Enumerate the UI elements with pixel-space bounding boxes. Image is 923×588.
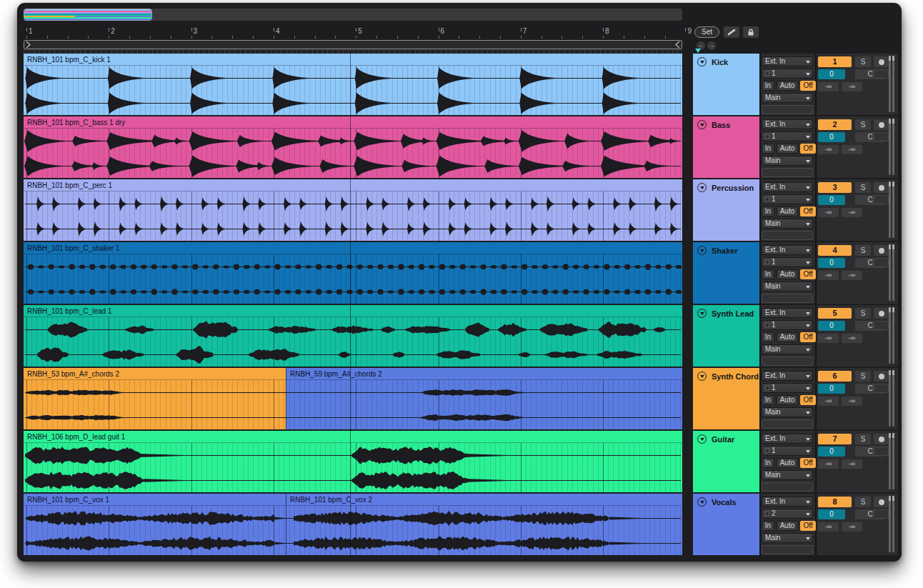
arm-record-button[interactable]: [874, 119, 889, 130]
input-channel-select[interactable]: 1: [762, 320, 813, 330]
volume-value-1[interactable]: -∞: [818, 459, 839, 469]
extra-button[interactable]: [874, 132, 889, 141]
track-activator-shaker[interactable]: 4: [818, 245, 852, 256]
solo-button[interactable]: S: [855, 434, 871, 444]
input-type-select[interactable]: Ext. In: [762, 497, 813, 507]
clip-percussion-1[interactable]: RNBH_101 bpm_C_perc 1: [24, 179, 682, 241]
extra-button[interactable]: [874, 321, 889, 330]
monitor-in-button[interactable]: In: [762, 269, 774, 279]
monitor-in-button[interactable]: In: [762, 81, 774, 91]
output-channel-box[interactable]: [762, 545, 813, 554]
track-header-kick[interactable]: Kick: [693, 54, 759, 115]
clip-vocals-1[interactable]: RNBH_101 bpm_C_vox 1: [24, 494, 286, 555]
input-channel-select[interactable]: 1: [762, 446, 813, 456]
monitor-auto-button[interactable]: Auto: [777, 81, 798, 91]
set-button[interactable]: Set: [694, 26, 719, 38]
clip-bass-1[interactable]: RNBH_101 bpm_C_bass 1 dry: [24, 116, 682, 178]
track-activator-vocals[interactable]: 8: [818, 497, 852, 507]
monitor-auto-button[interactable]: Auto: [777, 395, 798, 405]
track-header-shaker[interactable]: Shaker: [693, 242, 759, 304]
clip-synth-chords-1[interactable]: RNBH_53 bpm_A#_chords 2: [24, 368, 286, 429]
output-select[interactable]: Main: [762, 533, 813, 543]
solo-button[interactable]: S: [855, 245, 871, 256]
clip-synth-lead-1[interactable]: RNBH_101 bpm_C_lead 1: [24, 305, 682, 367]
clip-shaker-1[interactable]: RNBH_101 bpm_C_shaker 1: [24, 242, 682, 304]
input-type-select[interactable]: Ext. In: [762, 119, 813, 129]
input-type-select[interactable]: Ext. In: [762, 308, 813, 318]
output-channel-box[interactable]: [762, 357, 813, 366]
arm-record-button[interactable]: [874, 56, 889, 67]
monitor-off-button[interactable]: Off: [800, 269, 816, 279]
clip-synth-chords-2[interactable]: RNBH_59 bpm_A#_chords 2: [286, 368, 682, 429]
output-channel-box[interactable]: [762, 419, 813, 429]
volume-value-1[interactable]: -∞: [818, 522, 839, 532]
input-type-select[interactable]: Ext. In: [762, 182, 813, 192]
extra-button[interactable]: [874, 447, 889, 456]
loop-scrub-bar[interactable]: [24, 40, 682, 49]
extra-button[interactable]: [874, 384, 889, 393]
monitor-auto-button[interactable]: Auto: [777, 144, 798, 154]
track-header-percussion[interactable]: Percussion: [693, 179, 759, 241]
extra-button[interactable]: [874, 258, 889, 267]
pan-value[interactable]: 0: [818, 509, 845, 519]
volume-value-2[interactable]: -∞: [842, 459, 862, 469]
clip-vocals-2[interactable]: RNBH_101 bpm_C_vox 2: [286, 494, 682, 555]
track-activator-percussion[interactable]: 3: [818, 182, 852, 193]
overview-view-bracket[interactable]: [24, 9, 152, 21]
clip-kick-1[interactable]: RNBH_101 bpm_C_kick 1: [24, 54, 682, 115]
track-header-synth-chords[interactable]: Synth Chords: [693, 368, 759, 429]
output-select[interactable]: Main: [762, 470, 813, 480]
output-select[interactable]: Main: [762, 156, 813, 166]
output-select[interactable]: Main: [762, 344, 813, 354]
input-channel-select[interactable]: 1: [762, 257, 813, 267]
extra-button[interactable]: [874, 195, 889, 204]
output-select[interactable]: Main: [762, 219, 813, 229]
output-channel-box[interactable]: [762, 294, 813, 303]
beat-time-ruler[interactable]: 123456789: [24, 26, 682, 39]
volume-value-1[interactable]: -∞: [818, 397, 839, 406]
unfold-track-button[interactable]: [697, 246, 707, 255]
monitor-off-button[interactable]: Off: [800, 206, 816, 216]
input-type-select[interactable]: Ext. In: [762, 434, 813, 444]
solo-button[interactable]: S: [855, 119, 871, 130]
monitor-auto-button[interactable]: Auto: [777, 269, 798, 279]
arm-record-button[interactable]: [874, 434, 889, 444]
pan-value[interactable]: 0: [818, 258, 845, 268]
clip-guitar-1[interactable]: RNBH_106 bpm_D_lead guit 1: [24, 431, 682, 492]
track-header-vocals[interactable]: Vocals: [693, 494, 759, 555]
arm-record-button[interactable]: [874, 245, 889, 256]
track-activator-synth-lead[interactable]: 5: [818, 308, 852, 319]
monitor-in-button[interactable]: In: [762, 458, 774, 468]
monitor-auto-button[interactable]: Auto: [777, 332, 798, 342]
track-activator-bass[interactable]: 2: [818, 119, 852, 130]
unfold-track-button[interactable]: [697, 57, 707, 66]
output-channel-box[interactable]: [762, 168, 813, 177]
lock-envelopes-button[interactable]: [743, 26, 759, 38]
pan-value[interactable]: 0: [818, 447, 845, 457]
pan-value[interactable]: 0: [818, 195, 845, 205]
monitor-auto-button[interactable]: Auto: [777, 206, 798, 216]
monitor-in-button[interactable]: In: [762, 206, 774, 216]
volume-value-1[interactable]: -∞: [818, 334, 839, 343]
draw-mode-button[interactable]: [724, 26, 739, 38]
solo-button[interactable]: S: [855, 182, 871, 193]
track-header-bass[interactable]: Bass: [693, 116, 759, 178]
track-activator-guitar[interactable]: 7: [818, 434, 852, 444]
monitor-auto-button[interactable]: Auto: [777, 521, 798, 531]
volume-value-2[interactable]: -∞: [842, 271, 862, 280]
extra-button[interactable]: [874, 509, 889, 519]
input-type-select[interactable]: Ext. In: [762, 56, 813, 66]
pan-value[interactable]: 0: [818, 384, 845, 394]
track-header-guitar[interactable]: Guitar: [693, 431, 759, 492]
monitor-in-button[interactable]: In: [762, 144, 774, 154]
pan-value[interactable]: 0: [818, 132, 845, 142]
solo-button[interactable]: S: [855, 56, 871, 67]
track-header-synth-lead[interactable]: Synth Lead: [693, 305, 759, 367]
output-select[interactable]: Main: [762, 407, 813, 417]
output-channel-box[interactable]: [762, 231, 813, 240]
input-channel-select[interactable]: 1: [762, 69, 813, 79]
monitor-in-button[interactable]: In: [762, 332, 774, 342]
monitor-in-button[interactable]: In: [762, 521, 774, 531]
pan-value[interactable]: 0: [818, 321, 845, 331]
monitor-off-button[interactable]: Off: [800, 144, 816, 154]
